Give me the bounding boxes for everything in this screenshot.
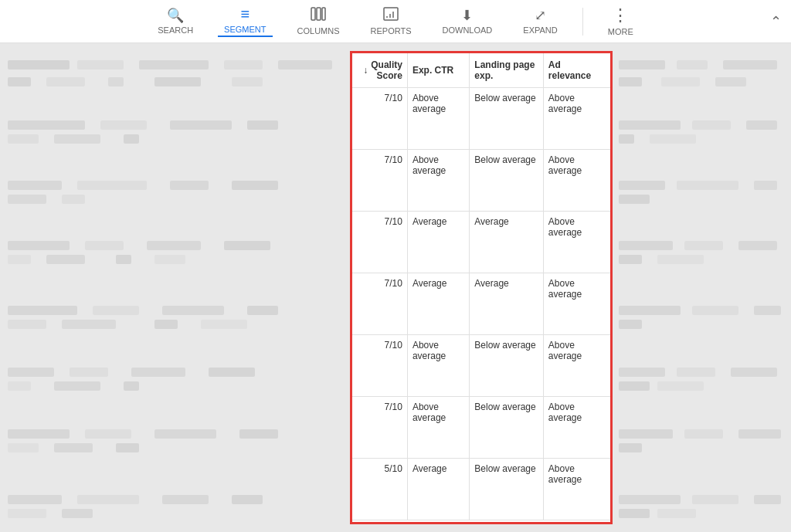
segment-icon: ≡ xyxy=(240,6,250,22)
ad-relevance-cell: Above average xyxy=(543,212,610,273)
exp-ctr-cell: Average xyxy=(407,459,469,520)
table-row: 7/10Above averageBelow averageAbove aver… xyxy=(352,397,610,459)
score-cell: 7/10 xyxy=(352,212,407,273)
toolbar-reports[interactable]: REPORTS xyxy=(365,7,418,36)
score-cell: 7/10 xyxy=(352,335,407,397)
left-panel xyxy=(0,51,348,524)
exp-ctr-cell: Above average xyxy=(407,335,469,397)
landing-page-header[interactable]: Landing page exp. xyxy=(470,53,543,88)
ad-relevance-cell: Above average xyxy=(543,335,610,397)
table-row: 5/10AverageBelow averageAbove average xyxy=(352,459,610,520)
toolbar-segment[interactable]: ≡ SEGMENT xyxy=(218,6,272,37)
svg-rect-0 xyxy=(311,8,315,20)
more-icon: ⋮ xyxy=(612,7,629,24)
toolbar-search[interactable]: 🔍 SEARCH xyxy=(151,8,199,35)
exp-ctr-cell: Average xyxy=(407,273,469,335)
svg-rect-1 xyxy=(317,8,321,20)
score-cell: 5/10 xyxy=(352,459,407,520)
exp-ctr-cell: Above average xyxy=(407,88,469,150)
ad-relevance-cell: Above average xyxy=(543,397,610,459)
expand-icon: ⤢ xyxy=(535,8,546,22)
table-row: 7/10Above averageBelow averageAbove aver… xyxy=(352,88,610,150)
ad-relevance-cell: Above average xyxy=(543,150,610,212)
ad-relevance-cell: Above average xyxy=(543,273,610,335)
landing-page-cell: Below average xyxy=(470,459,543,520)
toolbar-more[interactable]: ⋮ MORE xyxy=(602,7,640,36)
toolbar-columns-label: COLUMNS xyxy=(297,26,340,36)
columns-icon xyxy=(311,7,326,23)
quality-score-table: ↓ QualityScore Exp. CTR Landing page exp… xyxy=(350,51,613,524)
landing-page-cell: Below average xyxy=(470,335,543,397)
table-header-row: ↓ QualityScore Exp. CTR Landing page exp… xyxy=(352,53,610,88)
download-icon: ⬇ xyxy=(461,8,473,22)
toolbar-search-label: SEARCH xyxy=(158,25,193,35)
table-row: 7/10Above averageBelow averageAbove aver… xyxy=(352,335,610,397)
exp-ctr-header[interactable]: Exp. CTR xyxy=(407,53,469,88)
score-cell: 7/10 xyxy=(352,88,407,150)
landing-page-cell: Average xyxy=(470,212,543,273)
exp-ctr-cell: Above average xyxy=(407,150,469,212)
toolbar-divider xyxy=(582,8,583,36)
ad-relevance-cell: Above average xyxy=(543,459,610,520)
chevron-up-icon[interactable]: ⌃ xyxy=(770,13,782,30)
table-row: 7/10AverageAverageAbove average xyxy=(352,212,610,273)
data-table: ↓ QualityScore Exp. CTR Landing page exp… xyxy=(352,53,610,520)
toolbar-segment-label: SEGMENT xyxy=(224,25,266,34)
score-cell: 7/10 xyxy=(352,397,407,459)
landing-page-cell: Below average xyxy=(470,88,543,150)
landing-page-cell: Below average xyxy=(470,397,543,459)
toolbar-download-label: DOWNLOAD xyxy=(443,25,493,35)
toolbar: 🔍 SEARCH ≡ SEGMENT COLUMNS xyxy=(0,0,791,43)
toolbar-columns[interactable]: COLUMNS xyxy=(291,7,346,36)
sort-arrow-icon: ↓ xyxy=(363,65,368,76)
toolbar-expand-label: EXPAND xyxy=(523,25,557,35)
svg-rect-3 xyxy=(384,8,398,20)
toolbar-expand[interactable]: ⤢ EXPAND xyxy=(517,8,563,35)
quality-score-label: QualityScore xyxy=(371,59,402,81)
search-icon: 🔍 xyxy=(167,8,184,22)
exp-ctr-cell: Average xyxy=(407,212,469,273)
exp-ctr-cell: Above average xyxy=(407,397,469,459)
table-row: 7/10Above averageBelow averageAbove aver… xyxy=(352,150,610,212)
landing-page-cell: Average xyxy=(470,273,543,335)
toolbar-download[interactable]: ⬇ DOWNLOAD xyxy=(436,8,499,35)
landing-page-cell: Below average xyxy=(470,150,543,212)
table-row: 7/10AverageAverageAbove average xyxy=(352,273,610,335)
toolbar-reports-label: REPORTS xyxy=(371,26,412,36)
svg-rect-2 xyxy=(322,8,325,20)
score-cell: 7/10 xyxy=(352,150,407,212)
toolbar-more-label: MORE xyxy=(608,27,633,36)
main-content: ↓ QualityScore Exp. CTR Landing page exp… xyxy=(0,43,791,532)
score-cell: 7/10 xyxy=(352,273,407,335)
ad-relevance-cell: Above average xyxy=(543,88,610,150)
ad-relevance-header[interactable]: Ad relevance xyxy=(543,53,610,88)
quality-score-header[interactable]: ↓ QualityScore xyxy=(352,53,407,88)
right-panel xyxy=(615,51,791,524)
reports-icon xyxy=(383,7,399,23)
